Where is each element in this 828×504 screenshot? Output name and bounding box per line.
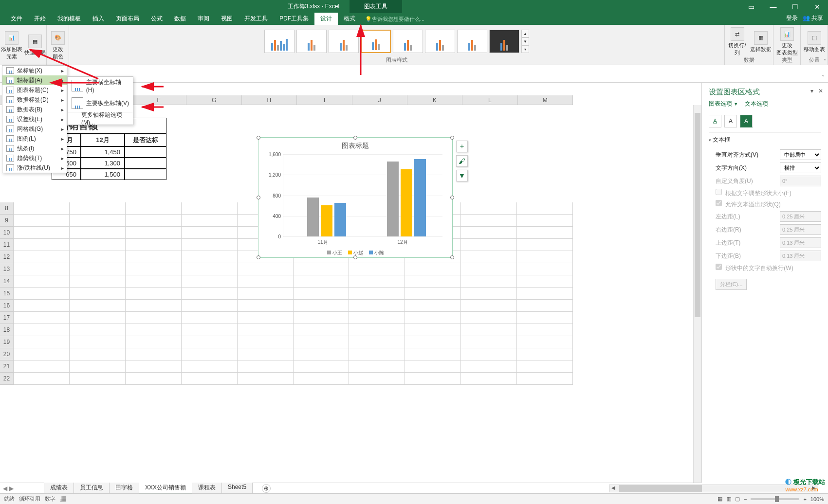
text-options-link[interactable]: 文本选项 — [745, 100, 768, 107]
cell[interactable] — [14, 288, 70, 300]
cell[interactable] — [126, 312, 182, 324]
row-header-17[interactable]: 17 — [0, 312, 14, 324]
bar-小陈-11月[interactable] — [334, 203, 346, 236]
cell[interactable] — [14, 202, 70, 215]
sheet-tab-田字格[interactable]: 田字格 — [109, 483, 139, 494]
cell[interactable] — [182, 227, 238, 239]
maximize-button[interactable]: ☐ — [784, 0, 806, 13]
cell[interactable] — [517, 239, 573, 251]
chart-styles-gallery[interactable]: ▲▼▾ — [264, 26, 529, 56]
resize-handle[interactable] — [257, 196, 260, 199]
cell[interactable] — [238, 300, 294, 312]
row-header-21[interactable]: 21 — [0, 360, 14, 373]
cell[interactable] — [182, 215, 238, 227]
cell[interactable] — [461, 202, 517, 215]
cell[interactable] — [14, 275, 70, 288]
cell[interactable] — [14, 227, 70, 239]
sheet-nav-prev-icon[interactable]: ◀ — [3, 485, 7, 492]
cell[interactable] — [70, 373, 126, 385]
cell[interactable] — [294, 324, 350, 336]
chart-style-2[interactable] — [296, 30, 327, 53]
row-header-12[interactable]: 12 — [0, 251, 14, 263]
resize-handle[interactable] — [257, 136, 260, 140]
row-header-9[interactable]: 9 — [0, 215, 14, 227]
menu-item-data-labels[interactable]: 数据标签(D)▸ — [2, 95, 67, 105]
textbox-section-header[interactable]: 文本框 — [709, 132, 821, 147]
close-button[interactable]: ✕ — [806, 0, 828, 13]
style-gallery-scroll[interactable]: ▲▼▾ — [521, 30, 529, 53]
cell[interactable] — [461, 288, 517, 300]
cell[interactable] — [126, 348, 182, 360]
cell-reach-1[interactable] — [125, 158, 166, 169]
chart-filters-button[interactable]: ▼ — [456, 170, 468, 181]
cell[interactable] — [349, 360, 405, 373]
cell[interactable] — [517, 373, 573, 385]
row-header-15[interactable]: 15 — [0, 288, 14, 300]
cell[interactable] — [461, 263, 517, 275]
macro-record-icon[interactable]: ▦ — [60, 496, 66, 502]
view-pagelayout-icon[interactable]: ▥ — [726, 496, 731, 502]
cell[interactable] — [182, 324, 238, 336]
chart-style-7[interactable] — [457, 30, 487, 53]
cell[interactable] — [349, 300, 405, 312]
cell[interactable] — [70, 251, 126, 263]
select-data-button[interactable]: ▦ 选择数据 — [750, 30, 772, 53]
bar-小陈-12月[interactable] — [414, 159, 426, 236]
cell[interactable] — [238, 263, 294, 275]
cell[interactable] — [517, 202, 573, 215]
chart-style-5[interactable] — [393, 30, 423, 53]
sheet-tab-员工信息[interactable]: 员工信息 — [74, 483, 110, 494]
scroll-thumb[interactable] — [695, 113, 700, 317]
login-link[interactable]: 登录 — [786, 14, 798, 22]
menu-item-error-bars[interactable]: 误差线(E)▸ — [2, 114, 67, 124]
view-normal-icon[interactable]: ▦ — [718, 496, 722, 502]
header-dec[interactable]: 12月 — [81, 134, 125, 146]
cell[interactable] — [405, 300, 461, 312]
cell[interactable] — [238, 324, 294, 336]
cell[interactable] — [294, 373, 350, 385]
cell[interactable] — [70, 263, 126, 275]
cell[interactable] — [349, 348, 405, 360]
menu-more-axis-title-options[interactable]: 更多轴标题选项(M)... — [68, 112, 133, 125]
menu-item-updown-bars[interactable]: 涨/跌柱线(U)▸ — [2, 163, 67, 173]
menu-primary-vertical-axis-title[interactable]: 主要纵坐标轴(V) — [68, 94, 133, 112]
cell[interactable] — [238, 288, 294, 300]
cell[interactable] — [349, 336, 405, 348]
chart-title[interactable]: 图表标题 — [258, 138, 452, 154]
cell[interactable] — [126, 251, 182, 263]
sheet-tab-XXX公司销售额[interactable]: XXX公司销售额 — [139, 483, 192, 494]
zoom-percent[interactable]: 100% — [810, 496, 824, 502]
cell[interactable] — [405, 312, 461, 324]
scroll-left-icon[interactable]: ◀ — [609, 485, 617, 492]
row-header-20[interactable]: 20 — [0, 348, 14, 360]
cell[interactable] — [405, 263, 461, 275]
cell[interactable] — [294, 348, 350, 360]
cell[interactable] — [517, 336, 573, 348]
row-header-22[interactable]: 22 — [0, 373, 14, 385]
row-header-10[interactable]: 10 — [0, 227, 14, 239]
legend-item-小王[interactable]: 小王 — [327, 250, 342, 256]
cell[interactable] — [349, 288, 405, 300]
chart-style-4[interactable] — [361, 30, 391, 53]
bar-小赵-12月[interactable] — [401, 169, 412, 236]
row-header-14[interactable]: 14 — [0, 275, 14, 288]
cell[interactable] — [238, 275, 294, 288]
change-colors-button[interactable]: 🎨 更改 颜色 — [47, 30, 69, 60]
cell-dec-1[interactable]: 1,300 — [81, 158, 125, 169]
bar-小赵-11月[interactable] — [321, 205, 332, 236]
cell[interactable] — [14, 360, 70, 373]
cell[interactable] — [126, 300, 182, 312]
tab-file[interactable]: 文件 — [5, 13, 28, 25]
cell-reach-0[interactable] — [125, 146, 166, 158]
cell-dec-2[interactable]: 1,500 — [81, 169, 125, 180]
cell[interactable] — [461, 360, 517, 373]
tab-home[interactable]: 开始 — [28, 13, 52, 25]
cell[interactable] — [126, 239, 182, 251]
menu-item-axis-titles[interactable]: 轴标题(A)▸ — [2, 75, 67, 85]
col-header-L[interactable]: L — [462, 95, 517, 105]
cell[interactable] — [405, 348, 461, 360]
cell[interactable] — [349, 275, 405, 288]
chart-elements-button[interactable]: ＋ — [456, 141, 468, 152]
move-chart-button[interactable]: ⬚ 移动图表 — [804, 30, 825, 53]
col-header-I[interactable]: I — [297, 95, 352, 105]
